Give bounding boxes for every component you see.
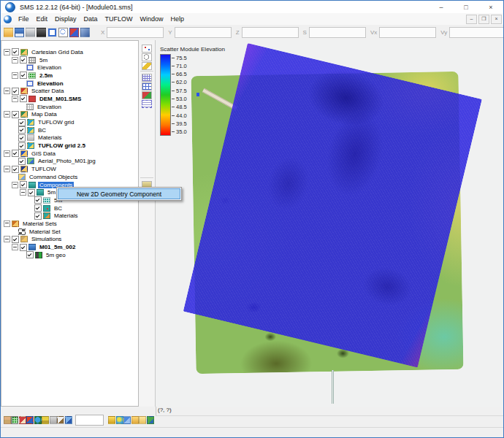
expand-toggle[interactable]: [4, 220, 10, 227]
tree-row[interactable]: 5m geo: [1, 251, 138, 259]
tree-row[interactable]: 5m: [1, 56, 138, 64]
print-icon[interactable]: [26, 28, 35, 37]
tree-row[interactable]: BC: [1, 126, 138, 134]
tree-row[interactable]: DEM_M01.SMS: [1, 95, 138, 103]
map-module-icon[interactable]: [26, 416, 34, 424]
tree-checkbox[interactable]: [28, 189, 35, 196]
river-module-icon[interactable]: [42, 416, 49, 424]
expand-toggle[interactable]: [4, 111, 10, 118]
tree-checkbox[interactable]: [26, 251, 34, 258]
menu-file[interactable]: File: [15, 14, 33, 24]
tree-checkbox[interactable]: [12, 166, 19, 173]
create-scatter-points-tool-icon[interactable]: [142, 45, 152, 53]
image-macro-icon[interactable]: [147, 416, 154, 424]
zoom-tool-icon[interactable]: [142, 53, 152, 61]
tree-row[interactable]: TUFLOW: [1, 165, 138, 173]
select-grid-region-tool-icon[interactable]: [142, 100, 152, 108]
x-field[interactable]: [107, 27, 164, 38]
tree-checkbox[interactable]: [34, 212, 42, 220]
expand-toggle[interactable]: [12, 244, 18, 250]
tree-row[interactable]: Elevation: [1, 80, 138, 88]
delete-icon[interactable]: [37, 28, 46, 37]
mdi-restore-button[interactable]: ❐: [478, 15, 489, 24]
tree-row[interactable]: Map Data: [1, 111, 138, 119]
notes-macro-icon[interactable]: [139, 416, 146, 424]
annotation-module-icon[interactable]: [57, 416, 64, 424]
frame-icon[interactable]: [47, 28, 57, 37]
minimize-button[interactable]: –: [429, 1, 454, 13]
zoom-icon[interactable]: [58, 28, 68, 37]
tree-row[interactable]: Cartesian Grid Data: [1, 48, 138, 56]
tree-row[interactable]: Simulations: [1, 236, 138, 244]
scatter-module-icon[interactable]: [19, 416, 26, 424]
expand-toggle[interactable]: [4, 88, 10, 94]
tree-row[interactable]: M01_5m_002: [1, 243, 138, 251]
tree-checkbox[interactable]: [12, 150, 19, 157]
vx-field[interactable]: [379, 27, 436, 38]
mesh-module-icon[interactable]: [4, 416, 11, 424]
export-folder-macro-icon[interactable]: [131, 416, 139, 424]
mdi-minimize-button[interactable]: –: [466, 15, 477, 24]
y-field[interactable]: [175, 27, 232, 38]
expand-toggle[interactable]: [4, 150, 10, 157]
tree-checkbox[interactable]: [12, 88, 19, 95]
module-toolbar-input[interactable]: [75, 415, 104, 426]
tree-row[interactable]: BC: [1, 204, 138, 212]
close-button[interactable]: ×: [478, 1, 503, 13]
tree-checkbox[interactable]: [20, 244, 27, 251]
tree-checkbox[interactable]: [18, 142, 26, 150]
menu-help[interactable]: Help: [167, 14, 188, 24]
pin-macro-icon[interactable]: [108, 416, 115, 424]
menu-item-new-2d-geometry-component[interactable]: New 2D Geometry Component: [58, 188, 180, 199]
tree-row[interactable]: Elevation: [1, 64, 138, 72]
tree-row[interactable]: Aerial_Photo_M01.jpg: [1, 158, 138, 166]
expand-toggle[interactable]: [12, 57, 18, 64]
tree-checkbox[interactable]: [18, 134, 26, 142]
grid-tool-icon[interactable]: [142, 82, 152, 91]
tree-row[interactable]: Material Sets: [1, 220, 138, 228]
expand-toggle[interactable]: [12, 96, 18, 102]
get-icon[interactable]: [69, 28, 79, 37]
maximize-button[interactable]: □: [454, 1, 478, 13]
grid-display-tool-icon[interactable]: [142, 91, 152, 99]
tree-checkbox[interactable]: [34, 196, 42, 204]
tree-row[interactable]: Elevation: [1, 103, 138, 111]
tree-row[interactable]: TUFLOW grid 2.5: [1, 142, 138, 150]
menu-display[interactable]: Display: [51, 14, 80, 24]
open-icon[interactable]: [4, 28, 13, 37]
tree-row[interactable]: TUFLOW grid: [1, 118, 138, 126]
tool-icon[interactable]: [80, 28, 90, 37]
tree-checkbox[interactable]: [20, 72, 27, 79]
menu-tuflow[interactable]: TUFLOW: [102, 14, 137, 24]
z-field[interactable]: [242, 27, 299, 38]
expand-toggle[interactable]: [4, 236, 10, 242]
vy-field[interactable]: [449, 27, 504, 38]
tree-row[interactable]: Materials: [1, 134, 138, 142]
select-cell-tool-icon[interactable]: [142, 74, 152, 82]
world-macro-icon[interactable]: [116, 416, 123, 424]
curves-module-icon[interactable]: [65, 416, 72, 424]
tree-checkbox[interactable]: [18, 119, 26, 126]
expand-toggle[interactable]: [20, 189, 26, 196]
tree-row[interactable]: Material Set: [1, 228, 138, 236]
tree-checkbox[interactable]: [20, 181, 27, 188]
tree-row[interactable]: Command Objects: [1, 173, 138, 181]
cartesian-grid-module-icon[interactable]: [11, 416, 18, 424]
tree-row[interactable]: Scatter Data: [1, 87, 138, 95]
tree-checkbox[interactable]: [20, 56, 27, 64]
expand-toggle[interactable]: [12, 182, 18, 188]
tree-checkbox[interactable]: [12, 48, 19, 55]
expand-toggle[interactable]: [4, 166, 10, 172]
tree-checkbox[interactable]: [18, 126, 26, 134]
transfer-macro-icon[interactable]: [123, 416, 131, 424]
menu-window[interactable]: Window: [137, 14, 167, 24]
graphics-window[interactable]: Scatter Module Elevation 75.571.066.562.…: [156, 40, 504, 407]
tree-checkbox[interactable]: [34, 204, 42, 212]
material-tool-icon[interactable]: [142, 62, 152, 70]
tree-checkbox[interactable]: [18, 158, 26, 165]
expand-toggle[interactable]: [12, 72, 18, 79]
s-field[interactable]: [309, 27, 366, 38]
tree-checkbox[interactable]: [20, 95, 27, 102]
save-icon[interactable]: [15, 28, 24, 37]
mdi-close-button[interactable]: ×: [491, 15, 502, 24]
